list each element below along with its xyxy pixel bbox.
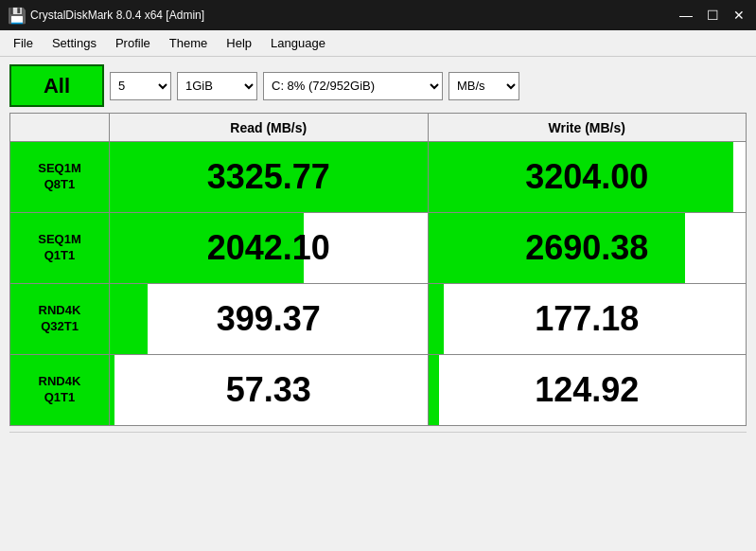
menu-profile[interactable]: Profile	[106, 32, 160, 54]
menu-theme[interactable]: Theme	[160, 32, 217, 54]
table-row: RND4KQ32T1399.37177.18	[10, 284, 747, 355]
main-content: All 5 1 3 1GiB 512MiB 256MiB C: 8% (72/9…	[0, 57, 756, 462]
table-row: SEQ1MQ1T12042.102690.38	[10, 213, 747, 284]
bench-read-1: 2042.10	[110, 213, 429, 284]
controls-row: All 5 1 3 1GiB 512MiB 256MiB C: 8% (72/9…	[9, 64, 747, 107]
app-icon: 💾	[8, 7, 25, 24]
menu-help[interactable]: Help	[217, 32, 261, 54]
bench-label-3: RND4KQ1T1	[10, 355, 110, 426]
table-row: SEQ1MQ8T13325.773204.00	[10, 142, 747, 213]
col-header-label	[10, 114, 110, 142]
size-select[interactable]: 1GiB 512MiB 256MiB	[177, 72, 257, 100]
window-controls: — ☐ ✕	[677, 8, 748, 23]
bench-read-3: 57.33	[110, 355, 429, 426]
bench-label-1: SEQ1MQ1T1	[10, 213, 110, 284]
bench-read-2: 399.37	[110, 284, 429, 355]
window-title: CrystalDiskMark 8.0.4 x64 [Admin]	[30, 9, 204, 22]
menu-bar: File Settings Profile Theme Help Languag…	[0, 30, 756, 57]
unit-select[interactable]: MB/s GB/s	[448, 72, 519, 100]
table-row: RND4KQ1T157.33124.92	[10, 355, 747, 426]
menu-file[interactable]: File	[4, 32, 43, 54]
bench-write-2: 177.18	[428, 284, 747, 355]
bench-read-0: 3325.77	[110, 142, 429, 213]
minimize-button[interactable]: —	[677, 8, 695, 23]
col-header-read: Read (MB/s)	[110, 114, 429, 142]
benchmark-table: Read (MB/s) Write (MB/s) SEQ1MQ8T13325.7…	[9, 113, 747, 426]
all-button[interactable]: All	[9, 64, 104, 107]
bench-write-1: 2690.38	[428, 213, 747, 284]
menu-settings[interactable]: Settings	[43, 32, 106, 54]
bench-label-0: SEQ1MQ8T1	[10, 142, 110, 213]
col-header-write: Write (MB/s)	[428, 114, 747, 142]
status-bar	[9, 432, 747, 454]
bench-label-2: RND4KQ32T1	[10, 284, 110, 355]
bench-write-0: 3204.00	[428, 142, 747, 213]
close-button[interactable]: ✕	[730, 8, 748, 23]
title-bar: 💾 CrystalDiskMark 8.0.4 x64 [Admin] — ☐ …	[0, 0, 756, 30]
drive-select[interactable]: C: 8% (72/952GiB)	[263, 72, 443, 100]
runs-select[interactable]: 5 1 3	[110, 72, 171, 100]
maximize-button[interactable]: ☐	[703, 8, 722, 23]
bench-write-3: 124.92	[428, 355, 747, 426]
menu-language[interactable]: Language	[261, 32, 335, 54]
